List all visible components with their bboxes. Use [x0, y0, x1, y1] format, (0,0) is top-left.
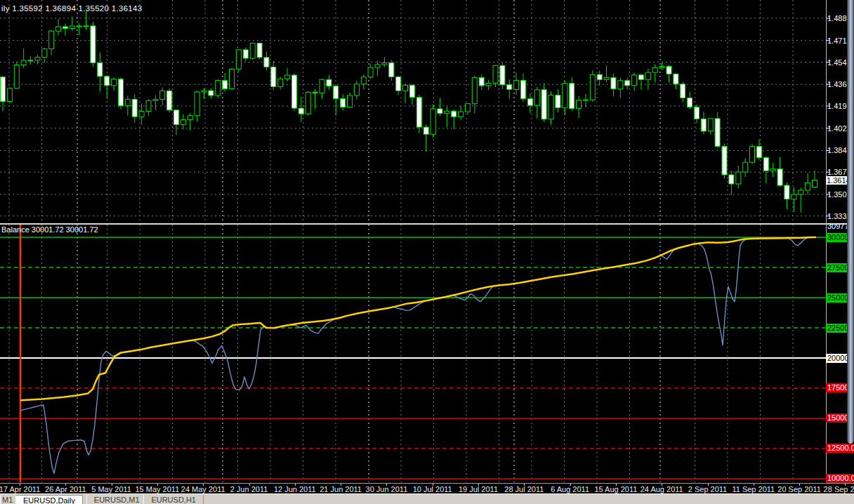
date-axis[interactable]: 17 Apr 201126 Apr 20115 May 201115 May 2… — [0, 483, 854, 494]
chart-tab-bar: M1EURUSD,DailyEURUSD,M1EURUSD,H1 — [0, 493, 854, 504]
date-label: 15 May 2011 — [135, 485, 179, 493]
date-label: 20 Sep 2011 — [777, 485, 821, 493]
date-label: 26 Apr 2011 — [45, 485, 86, 493]
level-label: 12500.0 — [826, 444, 854, 453]
date-label: 28 Sep 2011 — [824, 485, 854, 493]
date-label: 6 Aug 2011 — [551, 485, 589, 493]
date-label: 15 Aug 2011 — [594, 485, 637, 493]
date-label: 2 Jun 2011 — [230, 485, 268, 493]
indicator-label: Balance 30001.72 30001.72 — [1, 225, 98, 234]
date-label: 2 Sep 2011 — [688, 485, 727, 493]
date-label: 5 May 2011 — [91, 485, 131, 493]
date-label: 28 Jul 2011 — [504, 485, 544, 493]
chart-tab-eurusd-m1[interactable]: EURUSD,M1 — [86, 495, 147, 504]
chart-tab-eurusd-h1[interactable]: EURUSD,H1 — [143, 495, 204, 504]
date-label: 19 Jul 2011 — [459, 485, 498, 493]
date-label: 24 Aug 2011 — [640, 485, 683, 493]
chart-tab-partial[interactable]: M1 — [0, 495, 17, 504]
vertical-scrollbar-thumb[interactable] — [847, 0, 854, 444]
date-label: 21 Jun 2011 — [320, 485, 362, 493]
chart-title-quote: ily 1.35592 1.36894 1.35520 1.36143 — [1, 4, 142, 13]
chart-canvas[interactable] — [0, 0, 854, 483]
date-label: 12 Jun 2011 — [274, 485, 316, 493]
date-label: 30 Jun 2011 — [366, 485, 408, 493]
chart-tab-eurusd-daily[interactable]: EURUSD,Daily — [15, 495, 83, 504]
panel-separator — [0, 223, 854, 225]
date-label: 10 Jul 2011 — [413, 485, 452, 493]
date-label: 17 Apr 2011 — [0, 485, 40, 493]
mt4-terminal-window: ily 1.35592 1.36894 1.35520 1.36143 Bala… — [0, 0, 854, 504]
level-label: 10000.0 — [826, 474, 854, 483]
date-label: 24 May 2011 — [181, 485, 225, 493]
date-label: 11 Sep 2011 — [732, 485, 775, 493]
